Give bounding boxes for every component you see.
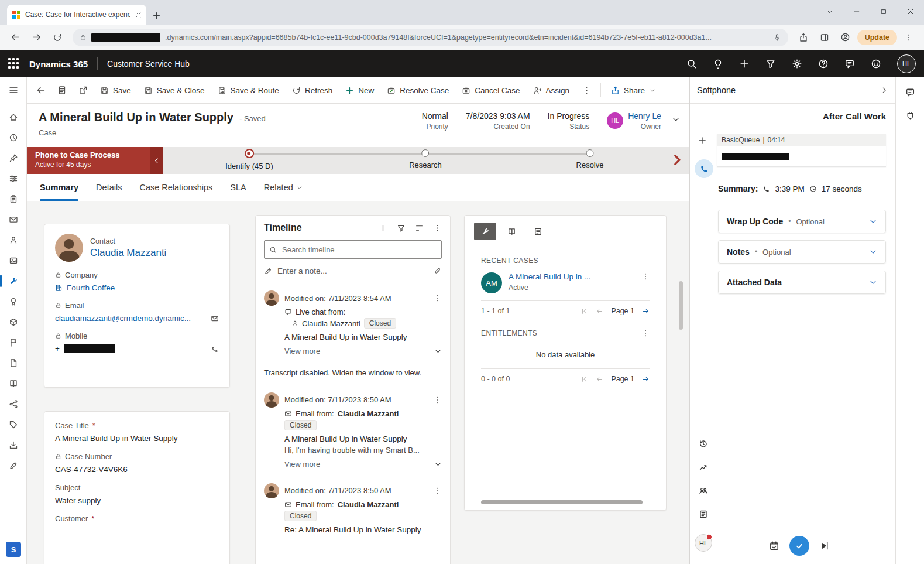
teams-chat-icon[interactable] xyxy=(844,59,855,69)
contacts-icon[interactable] xyxy=(0,230,26,250)
bpf-stage-identify[interactable]: Identify (45 D) xyxy=(225,147,273,170)
entitlements-more-icon[interactable] xyxy=(641,329,650,337)
bpf-prev-chevron-icon[interactable] xyxy=(150,147,163,174)
entry-subject[interactable]: A Mineral Build Up in Water Supply xyxy=(256,329,450,341)
home-icon[interactable] xyxy=(0,107,26,127)
history-icon[interactable] xyxy=(696,437,710,451)
help-icon[interactable] xyxy=(818,59,829,69)
horizontal-scrollbar[interactable] xyxy=(481,500,643,504)
plugin-icon[interactable] xyxy=(896,107,924,124)
minimize-button[interactable] xyxy=(843,0,870,23)
entry-more-icon[interactable] xyxy=(434,396,442,404)
next-page-icon[interactable] xyxy=(642,375,650,383)
active-call-icon[interactable] xyxy=(695,159,713,178)
sandbox-badge[interactable]: S xyxy=(6,542,21,557)
paperclip-icon[interactable] xyxy=(434,267,442,275)
timeline-add-icon[interactable] xyxy=(379,224,387,233)
case-more-icon[interactable] xyxy=(641,272,650,281)
save-button[interactable]: Save xyxy=(94,77,138,103)
notes-section[interactable]: Notes • Optional xyxy=(718,240,886,264)
share-button[interactable]: Share xyxy=(604,77,662,103)
tool-knowledge-icon[interactable] xyxy=(500,223,523,240)
tab-sla[interactable]: SLA xyxy=(230,174,246,201)
close-window-button[interactable] xyxy=(897,0,924,23)
first-page-icon[interactable] xyxy=(580,375,588,383)
view-more-link[interactable]: View more xyxy=(284,347,320,356)
company-link[interactable]: Fourth Coffee xyxy=(67,283,115,292)
tab-case-relationships[interactable]: Case Relationships xyxy=(139,174,212,201)
entry-from[interactable]: Claudia Mazzanti xyxy=(302,319,360,328)
new-tab-button[interactable] xyxy=(152,11,161,20)
knowledge-book-icon[interactable] xyxy=(0,373,26,394)
chevron-down-icon[interactable] xyxy=(869,278,877,286)
save-route-button[interactable]: Save & Route xyxy=(211,77,286,103)
vertical-scrollbar[interactable] xyxy=(679,281,683,330)
back-arrow-icon[interactable] xyxy=(30,77,51,103)
mail-icon[interactable] xyxy=(0,209,26,230)
timeline-filter-icon[interactable] xyxy=(397,224,406,233)
first-page-icon[interactable] xyxy=(580,307,588,315)
tab-close-icon[interactable] xyxy=(135,12,142,18)
timeline-more-icon[interactable] xyxy=(433,224,442,233)
entry-subject[interactable]: A Mineral Build Up in Water Supply xyxy=(256,430,450,443)
timeline-expand-icon[interactable] xyxy=(415,224,424,233)
entry-more-icon[interactable] xyxy=(434,294,442,302)
panel-expand-chevron-icon[interactable] xyxy=(880,86,888,94)
certificate-icon[interactable] xyxy=(0,291,26,312)
command-overflow-icon[interactable] xyxy=(576,77,597,103)
gear-icon[interactable] xyxy=(792,59,802,69)
user-avatar[interactable]: HL xyxy=(897,54,916,73)
case-title-value[interactable]: A Mineral Build Up in Water Supply xyxy=(55,434,219,443)
assign-button[interactable]: Assign xyxy=(527,77,576,103)
chevron-down-icon[interactable] xyxy=(869,217,877,225)
app-launcher-icon[interactable] xyxy=(8,58,20,70)
chat-icon[interactable] xyxy=(896,83,924,101)
save-close-button[interactable]: Save & Close xyxy=(138,77,211,103)
browser-menu-icon[interactable] xyxy=(899,28,918,47)
feedback-smiley-icon[interactable] xyxy=(871,59,881,69)
email-link[interactable]: claudiamazzanti@crmdemo.dynamic... xyxy=(55,314,191,323)
schedule-followup-icon[interactable] xyxy=(766,538,782,554)
add-session-icon[interactable] xyxy=(698,136,707,145)
send-email-icon[interactable] xyxy=(211,315,219,323)
call-phone-icon[interactable] xyxy=(211,345,219,353)
url-field[interactable]: .dynamics.com/main.aspx?appid=6685b74b-f… xyxy=(73,29,788,46)
tasks-clipboard-icon[interactable] xyxy=(0,189,26,209)
case-link[interactable]: A Mineral Build Up in ... xyxy=(509,272,635,281)
tool-wrench-icon[interactable] xyxy=(474,223,496,240)
attached-data-section[interactable]: Attached Data xyxy=(718,271,886,294)
maximize-button[interactable] xyxy=(870,0,897,23)
back-icon[interactable] xyxy=(6,28,25,47)
browser-tab[interactable]: Case: Case for Interactive experie... xyxy=(7,5,146,25)
profile-icon[interactable] xyxy=(836,28,855,47)
products-box-icon[interactable] xyxy=(0,312,26,332)
tab-summary[interactable]: Summary xyxy=(40,174,78,201)
bpf-stage-research[interactable]: Research xyxy=(409,147,442,169)
refresh-button[interactable]: Refresh xyxy=(286,77,339,103)
tab-menu-chevron-icon[interactable] xyxy=(816,0,843,23)
entry-more-icon[interactable] xyxy=(434,487,442,495)
contact-name-link[interactable]: Claudia Mazzanti xyxy=(90,247,166,259)
chevron-down-icon[interactable] xyxy=(869,248,877,256)
next-page-icon[interactable] xyxy=(642,307,650,315)
entry-from[interactable]: Claudia Mazzanti xyxy=(338,409,399,418)
bpf-stage-resolve[interactable]: Resolve xyxy=(576,147,604,169)
sitemap-toggle-icon[interactable] xyxy=(0,77,26,103)
notes-icon[interactable] xyxy=(696,507,710,521)
brand-title[interactable]: Dynamics 365 xyxy=(29,59,88,69)
complete-check-button[interactable] xyxy=(789,536,809,556)
tab-details[interactable]: Details xyxy=(96,174,122,201)
reports-file-icon[interactable] xyxy=(0,353,26,373)
prev-page-icon[interactable] xyxy=(596,375,603,383)
summary-doc-icon[interactable] xyxy=(51,77,73,103)
forward-icon[interactable] xyxy=(27,28,46,47)
subject-value[interactable]: Water supply xyxy=(55,496,219,505)
skip-forward-icon[interactable] xyxy=(816,538,833,554)
mic-icon[interactable] xyxy=(773,33,781,42)
owner-link[interactable]: Henry Le xyxy=(628,111,661,121)
tool-script-icon[interactable] xyxy=(527,223,549,240)
wrap-up-code-section[interactable]: Wrap Up Code • Optional xyxy=(718,210,886,233)
lightbulb-icon[interactable] xyxy=(713,59,723,69)
bpf-next-chevron-icon[interactable] xyxy=(669,152,685,168)
sliders-icon[interactable] xyxy=(0,168,26,189)
